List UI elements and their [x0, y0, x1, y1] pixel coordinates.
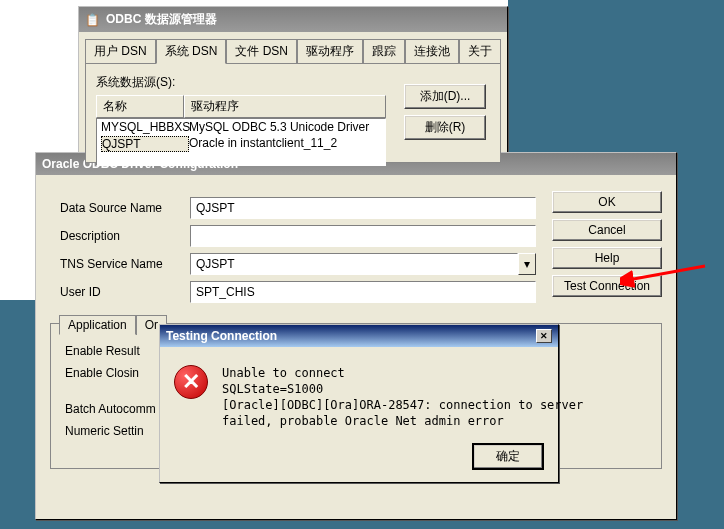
- list-item[interactable]: MYSQL_HBBXS MySQL ODBC 5.3 Unicode Drive…: [97, 119, 385, 135]
- odbc-tabstrip: 用户 DSN 系统 DSN 文件 DSN 驱动程序 跟踪 连接池 关于: [79, 32, 507, 63]
- dsn-label: Data Source Name: [60, 201, 190, 215]
- dsn-driver: MySQL ODBC 5.3 Unicode Driver: [189, 120, 369, 134]
- desc-label: Description: [60, 229, 190, 243]
- dsn-listbox[interactable]: MYSQL_HBBXS MySQL ODBC 5.3 Unicode Drive…: [96, 118, 386, 166]
- cancel-button[interactable]: Cancel: [552, 219, 662, 241]
- remove-button[interactable]: 删除(R): [404, 115, 486, 140]
- odbc-tab-body: 系统数据源(S): 名称 驱动程序 MYSQL_HBBXS MySQL ODBC…: [85, 63, 501, 163]
- tab-about[interactable]: 关于: [459, 39, 501, 64]
- list-item[interactable]: QJSPT Oracle in instantclient_11_2: [97, 135, 385, 153]
- dsn-name: QJSPT: [101, 136, 189, 152]
- chevron-down-icon[interactable]: ▾: [518, 253, 536, 275]
- userid-input[interactable]: [190, 281, 536, 303]
- error-icon: ✕: [174, 365, 208, 399]
- app-icon: 📋: [85, 13, 100, 27]
- tab-pool[interactable]: 连接池: [405, 39, 459, 64]
- close-icon[interactable]: ✕: [536, 329, 552, 343]
- ok-button[interactable]: OK: [552, 191, 662, 213]
- tns-combobox[interactable]: [190, 253, 518, 275]
- tab-trace[interactable]: 跟踪: [363, 39, 405, 64]
- help-button[interactable]: Help: [552, 247, 662, 269]
- odbc-admin-title: ODBC 数据源管理器: [106, 11, 217, 28]
- add-button[interactable]: 添加(D)...: [404, 84, 486, 109]
- col-driver[interactable]: 驱动程序: [184, 95, 386, 118]
- tns-label: TNS Service Name: [60, 257, 190, 271]
- dsn-driver: Oracle in instantclient_11_2: [189, 136, 337, 152]
- error-dialog: Testing Connection ✕ ✕ Unable to connect…: [159, 324, 559, 483]
- dsn-input[interactable]: [190, 197, 536, 219]
- error-title: Testing Connection: [166, 329, 277, 343]
- odbc-admin-window: 📋 ODBC 数据源管理器 用户 DSN 系统 DSN 文件 DSN 驱动程序 …: [78, 6, 508, 170]
- subtab-application[interactable]: Application: [59, 315, 136, 335]
- tab-system-dsn[interactable]: 系统 DSN: [156, 39, 227, 64]
- tab-drivers[interactable]: 驱动程序: [297, 39, 363, 64]
- error-titlebar[interactable]: Testing Connection ✕: [160, 325, 558, 347]
- dsn-list-header: 名称 驱动程序: [96, 95, 386, 118]
- tab-user-dsn[interactable]: 用户 DSN: [85, 39, 156, 64]
- error-ok-button[interactable]: 确定: [472, 443, 544, 470]
- odbc-admin-titlebar[interactable]: 📋 ODBC 数据源管理器: [79, 7, 507, 32]
- desc-input[interactable]: [190, 225, 536, 247]
- test-connection-button[interactable]: Test Connection: [552, 275, 662, 297]
- dsn-name: MYSQL_HBBXS: [101, 120, 189, 134]
- userid-label: User ID: [60, 285, 190, 299]
- error-message: Unable to connect SQLState=S1000 [Oracle…: [222, 365, 583, 429]
- col-name[interactable]: 名称: [96, 95, 184, 118]
- tab-file-dsn[interactable]: 文件 DSN: [226, 39, 297, 64]
